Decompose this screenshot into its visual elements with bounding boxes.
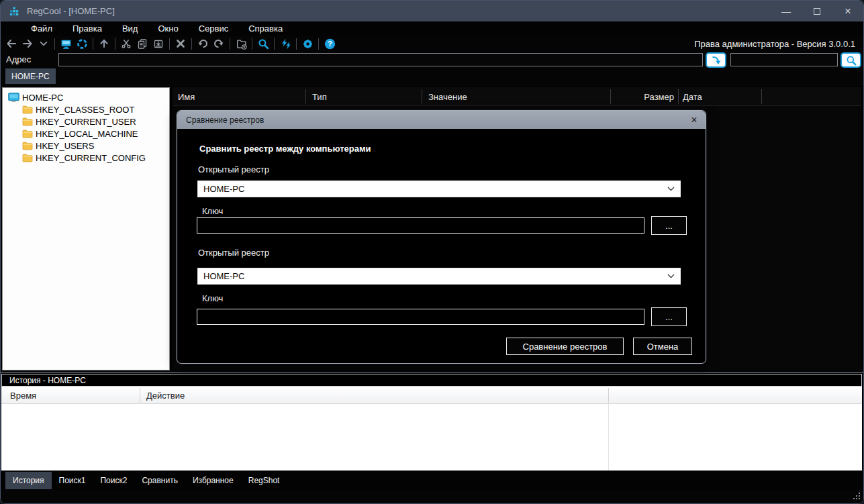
menubar: Файл Правка Вид Окно Сервис Справка (1, 21, 863, 36)
regcool-window: RegCool - [HOME-PC] — × Файл Правка Вид … (0, 0, 864, 504)
go-to-address-button[interactable] (706, 52, 726, 68)
dialog-titlebar[interactable]: Сравнение реестров × (177, 111, 706, 129)
key1-label: Ключ (202, 206, 223, 216)
registry1-label: Открытый реестр (198, 164, 269, 174)
folder-icon (22, 129, 33, 138)
toolbar-separator (274, 38, 275, 50)
history-panel-title: История - HOME-PC (1, 374, 862, 387)
address-input[interactable] (58, 53, 703, 66)
toolbar-separator (169, 38, 170, 50)
toolbar-separator (93, 38, 93, 50)
column-type[interactable]: Тип (312, 92, 327, 102)
search-icon[interactable] (255, 36, 271, 51)
cut-icon[interactable] (118, 36, 134, 51)
settings-icon[interactable] (299, 36, 316, 51)
toolbar-separator (191, 38, 192, 50)
dialog-heading: Сравнить реестр между компьютерами (199, 144, 371, 154)
key2-input[interactable] (197, 309, 644, 325)
undo-icon[interactable] (195, 36, 211, 51)
up-one-level-icon[interactable] (96, 36, 112, 51)
menu-window[interactable]: Окно (148, 22, 188, 35)
expand-down-icon[interactable] (36, 36, 52, 51)
history-header: Время Действие (1, 387, 862, 404)
import-icon[interactable] (150, 36, 166, 51)
resize-grip-icon[interactable] (852, 492, 861, 501)
copy-icon[interactable] (134, 36, 150, 51)
maximize-icon (814, 8, 820, 15)
new-key-icon[interactable] (233, 36, 249, 51)
column-time[interactable]: Время (10, 391, 36, 401)
titlebar: RegCool - [HOME-PC] — × (1, 1, 863, 21)
menu-service[interactable]: Сервис (189, 22, 239, 35)
redo-icon[interactable] (211, 36, 227, 51)
compare-registries-dialog: Сравнение реестров × Сравнить реестр меж… (177, 110, 706, 364)
address-bar: Адрес (1, 52, 863, 68)
bottom-tab-bar: История Поиск1 Поиск2 Сравнить Избранное… (1, 470, 863, 490)
tree-item-hkey-current-user[interactable]: HKEY_CURRENT_USER (3, 115, 169, 128)
history-list[interactable] (1, 404, 862, 470)
key1-input[interactable] (197, 217, 644, 234)
cancel-button[interactable]: Отмена (633, 338, 692, 355)
toolbar-separator (318, 38, 319, 50)
key2-browse-button[interactable]: ... (651, 307, 687, 326)
connect-registry-icon[interactable] (74, 36, 90, 51)
computer-icon (8, 93, 19, 103)
key1-browse-button[interactable]: ... (651, 216, 687, 235)
menu-file[interactable]: Файл (21, 22, 62, 35)
back-icon[interactable] (3, 36, 19, 51)
address-label: Адрес (6, 54, 31, 64)
folder-icon (22, 105, 33, 114)
chevron-down-icon (667, 274, 675, 279)
column-size[interactable]: Размер (611, 92, 674, 102)
tree-item-root[interactable]: HOME-PC (3, 91, 169, 103)
maximize-button[interactable] (802, 1, 832, 21)
registry-tree: HOME-PC HKEY_CLASSES_ROOT HKEY_CURRENT_U… (2, 87, 170, 370)
folder-icon (22, 117, 33, 126)
quick-search-button[interactable] (841, 52, 861, 68)
toolbar: ? Права администратора - Версия 3.0.0.1 (1, 36, 863, 52)
registry1-select[interactable]: HOME-PC (197, 181, 681, 197)
svg-text:?: ? (328, 40, 332, 48)
compare-button[interactable]: Сравнение реестров (506, 338, 624, 355)
refresh-icon[interactable] (277, 36, 293, 51)
key2-label: Ключ (202, 293, 223, 303)
go-arrow-icon (711, 55, 722, 66)
local-computer-icon[interactable] (58, 36, 74, 51)
menu-help[interactable]: Справка (238, 22, 293, 35)
dialog-title: Сравнение реестров (186, 115, 264, 125)
delete-icon[interactable] (173, 36, 189, 51)
tree-item-hkey-current-config[interactable]: HKEY_CURRENT_CONFIG (3, 152, 169, 164)
tab-regshot[interactable]: RegShot (241, 472, 287, 489)
registry-tab-row: HOME-PC (1, 68, 863, 86)
minimize-button[interactable]: — (771, 1, 802, 21)
forward-icon[interactable] (19, 36, 36, 51)
tab-search1[interactable]: Поиск1 (52, 472, 93, 489)
column-value[interactable]: Значение (428, 92, 467, 102)
window-title: RegCool - [HOME-PC] (27, 6, 115, 16)
column-name[interactable]: Имя (178, 92, 195, 102)
values-header: Имя Тип Значение Размер Дата (173, 87, 861, 106)
column-action[interactable]: Действие (146, 391, 185, 401)
window-controls: — × (771, 1, 863, 21)
tab-compare[interactable]: Сравнить (134, 472, 185, 489)
quick-search-input[interactable] (730, 53, 838, 66)
toolbar-separator (296, 38, 297, 50)
menu-view[interactable]: Вид (112, 22, 148, 35)
column-date[interactable]: Дата (683, 92, 702, 102)
tab-search2[interactable]: Поиск2 (93, 472, 134, 489)
close-button[interactable]: × (832, 1, 863, 21)
toolbar-separator (252, 38, 252, 50)
menu-edit[interactable]: Правка (62, 22, 112, 35)
tab-history[interactable]: История (5, 472, 52, 489)
regcool-logo-icon (9, 6, 20, 17)
help-icon[interactable]: ? (322, 36, 338, 51)
tab-favorites[interactable]: Избранное (185, 472, 241, 489)
registry2-select[interactable]: HOME-PC (197, 268, 681, 285)
magnifier-icon (846, 55, 857, 66)
tree-item-hkey-local-machine[interactable]: HKEY_LOCAL_MACHINE (3, 128, 169, 140)
registry-tab-home-pc[interactable]: HOME-PC (5, 68, 56, 84)
tree-item-hkey-users[interactable]: HKEY_USERS (3, 140, 169, 152)
tree-item-hkey-classes-root[interactable]: HKEY_CLASSES_ROOT (3, 103, 169, 115)
dialog-close-icon[interactable]: × (683, 111, 706, 129)
toolbar-separator (54, 38, 55, 50)
